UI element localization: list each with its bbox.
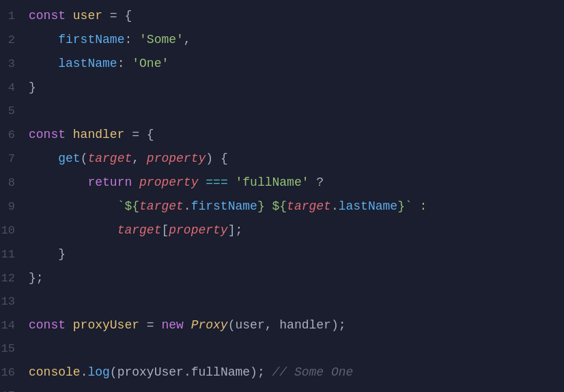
code-line: 7 get(target, property) { (0, 147, 564, 171)
code-line: 9 `${target.firstName} ${target.lastName… (0, 195, 564, 219)
code-content: return property === 'fullName' ? (29, 171, 553, 194)
code-line: 13 (0, 290, 564, 313)
code-content: get(target, property) { (29, 147, 553, 170)
code-line: 12}; (0, 266, 564, 290)
code-content: const user = { (29, 4, 553, 27)
line-number: 16 (0, 361, 29, 384)
code-line: 2 firstName: 'Some', (0, 28, 564, 52)
line-number: 1 (0, 5, 29, 28)
line-number: 4 (0, 76, 29, 100)
line-number: 9 (0, 195, 29, 219)
code-line: 15 (0, 337, 564, 361)
code-content: lastName: 'One' (29, 52, 553, 75)
line-number: 7 (0, 148, 29, 171)
line-number: 13 (0, 290, 29, 313)
line-number: 15 (0, 337, 29, 361)
code-line: 17 (0, 384, 564, 392)
line-number: 8 (0, 171, 29, 195)
code-line: 1const user = { (0, 4, 564, 28)
code-line: 8 return property === 'fullName' ? (0, 171, 564, 195)
code-content: const proxyUser = new Proxy(user, handle… (29, 313, 553, 337)
code-content: } (29, 242, 553, 266)
code-line: 11 } (0, 242, 564, 266)
code-editor: 1const user = {2 firstName: 'Some',3 las… (0, 0, 564, 392)
code-content: }; (29, 266, 553, 290)
line-number: 5 (0, 100, 29, 123)
line-number: 10 (0, 219, 29, 242)
line-number: 14 (0, 314, 29, 337)
line-number: 11 (0, 243, 29, 266)
code-content: const handler = { (29, 123, 553, 146)
code-line: 14const proxyUser = new Proxy(user, hand… (0, 313, 564, 337)
code-content: firstName: 'Some', (29, 28, 553, 51)
line-number: 6 (0, 124, 29, 147)
code-content: `${target.firstName} ${target.lastName}`… (29, 195, 553, 218)
code-line: 10 target[property]; (0, 219, 564, 242)
code-line: 3 lastName: 'One' (0, 52, 564, 76)
code-content: } (29, 76, 553, 99)
code-line: 4} (0, 76, 564, 100)
code-content: console.log(proxyUser.fullName); // Some… (29, 361, 553, 384)
code-line: 16console.log(proxyUser.fullName); // So… (0, 361, 564, 384)
code-line: 5 (0, 100, 564, 123)
code-line: 6const handler = { (0, 123, 564, 147)
line-number: 12 (0, 267, 29, 290)
line-number: 17 (0, 384, 29, 392)
line-number: 3 (0, 53, 29, 76)
code-content: target[property]; (29, 219, 553, 242)
line-number: 2 (0, 29, 29, 52)
